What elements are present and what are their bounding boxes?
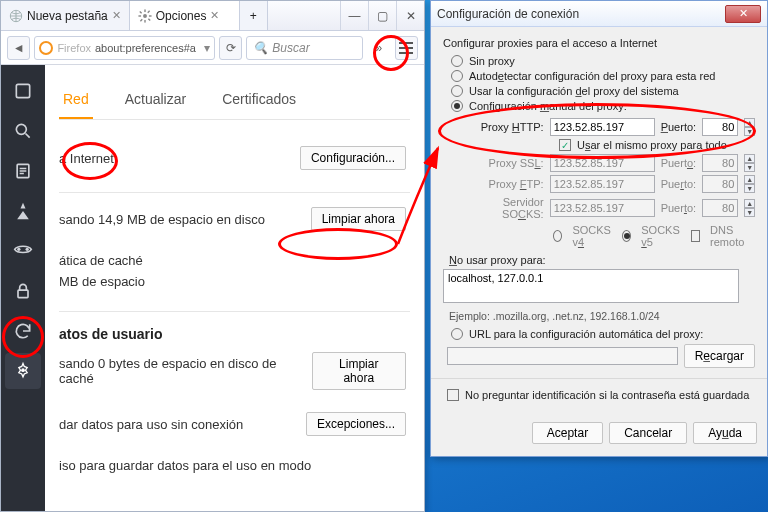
sidebar-privacy[interactable]	[5, 233, 41, 269]
svg-rect-9	[140, 18, 143, 21]
svg-rect-3	[144, 19, 145, 22]
noproxy-example: Ejemplo: .mozilla.org, .net.nz, 192.168.…	[449, 310, 755, 322]
window-controls: — ▢ ✕	[340, 1, 424, 30]
tab-options[interactable]: Opciones ✕	[130, 1, 240, 30]
offline-perm-label: iso para guardar datos para el uso en mo…	[59, 458, 311, 473]
dropdown-icon[interactable]: ▾	[204, 41, 210, 55]
socks4-radio	[553, 230, 562, 242]
ftp-port-input	[702, 175, 738, 193]
svg-point-1	[143, 14, 147, 18]
http-host-input[interactable]	[550, 118, 655, 136]
ssl-proxy-row: Proxy SSL: Puerto: ▲▼	[467, 154, 755, 172]
close-button[interactable]: ✕	[725, 5, 761, 23]
prefs-content: Red Actualizar Certificados a Internet C…	[45, 65, 424, 511]
svg-rect-2	[144, 9, 145, 12]
tab-new[interactable]: Nueva pestaña ✕	[1, 1, 130, 30]
socks5-radio	[622, 230, 631, 242]
no-prompt-checkbox[interactable]	[447, 389, 459, 401]
cache-usage-label: sando 14,9 MB de espacio en disco	[59, 212, 265, 227]
sidebar-security[interactable]	[5, 273, 41, 309]
tab-update[interactable]: Actualizar	[121, 85, 190, 119]
socks-port-input	[702, 199, 738, 217]
sidebar-search[interactable]	[5, 113, 41, 149]
identity-icon	[39, 41, 53, 55]
radio-manual-proxy[interactable]: Configuración manual del proxy:	[451, 100, 755, 112]
minimize-button[interactable]: —	[340, 1, 368, 30]
svg-rect-6	[139, 10, 142, 13]
http-port-input[interactable]	[702, 118, 738, 136]
browser-tabs: Nueva pestaña ✕ Opciones ✕ +	[1, 1, 340, 30]
tab-label: Nueva pestaña	[27, 9, 108, 23]
globe-icon	[9, 9, 23, 23]
dialog-footer: Aceptar Cancelar Ayuda	[431, 414, 767, 456]
clear-appcache-button[interactable]: Limpiar ahora	[312, 352, 406, 390]
close-button[interactable]: ✕	[396, 1, 424, 30]
new-tab-button[interactable]: +	[240, 1, 268, 30]
cancel-button[interactable]: Cancelar	[609, 422, 687, 444]
sidebar-advanced[interactable]	[5, 353, 41, 389]
noproxy-label: No usar proxy para:	[449, 254, 755, 266]
maximize-button[interactable]: ▢	[368, 1, 396, 30]
sidebar-content[interactable]	[5, 153, 41, 189]
url-path: about:preferences#a	[95, 42, 196, 54]
userdata-heading: atos de usuario	[59, 326, 410, 342]
socks-host-input	[550, 199, 655, 217]
back-button[interactable]: ◄	[7, 36, 30, 60]
hamburger-icon	[399, 42, 413, 54]
dialog-heading: Configurar proxies para el acceso a Inte…	[443, 37, 755, 49]
dialog-title: Configuración de conexión	[437, 7, 579, 21]
svg-point-14	[26, 248, 29, 251]
connection-settings-button[interactable]: Configuración...	[300, 146, 406, 170]
tab-network[interactable]: Red	[59, 85, 93, 119]
svg-rect-4	[138, 15, 141, 16]
socks-proxy-row: Servidor SOCKS: Puerto: ▲▼	[467, 196, 755, 220]
socks-version-row: SOCKS v4 SOCKS v5 DNS remoto	[553, 224, 755, 248]
cache-size-label: MB de espacio	[59, 274, 145, 289]
close-icon[interactable]: ✕	[112, 9, 121, 22]
radio-system-proxy[interactable]: Usar la configuración del proxy del sist…	[451, 85, 755, 97]
svg-rect-7	[148, 18, 151, 21]
svg-rect-15	[18, 290, 28, 298]
port-spinner[interactable]: ▲▼	[744, 118, 755, 136]
tab-certificates[interactable]: Certificados	[218, 85, 300, 119]
overflow-button[interactable]: »	[367, 36, 390, 60]
reload-button[interactable]: ⟳	[219, 36, 242, 60]
sidebar-sync[interactable]	[5, 313, 41, 349]
no-prompt-row[interactable]: No preguntar identificación si la contra…	[447, 389, 755, 401]
pac-url-input	[447, 347, 678, 365]
connection-label: a Internet	[59, 151, 114, 166]
ssl-host-input	[550, 154, 655, 172]
clear-cache-button[interactable]: Limpiar ahora	[311, 207, 406, 231]
radio-no-proxy[interactable]: Sin proxy	[451, 55, 755, 67]
menu-button[interactable]	[395, 36, 418, 60]
appcache-usage-label: sando 0 bytes de espacio en disco de cac…	[59, 356, 312, 386]
exceptions-button[interactable]: Excepciones...	[306, 412, 406, 436]
dialog-titlebar: Configuración de conexión ✕	[431, 1, 767, 27]
dns-remote-checkbox[interactable]	[691, 230, 700, 242]
svg-point-11	[16, 124, 26, 134]
noproxy-textarea[interactable]: localhost, 127.0.0.1	[443, 269, 739, 303]
sidebar-general[interactable]	[5, 73, 41, 109]
close-icon[interactable]: ✕	[210, 9, 219, 22]
radio-auto-url[interactable]: URL para la configuración automática del…	[451, 328, 755, 340]
url-bar[interactable]: Firefox about:preferences#a ▾	[34, 36, 215, 60]
ok-button[interactable]: Aceptar	[532, 422, 603, 444]
advanced-tabs: Red Actualizar Certificados	[59, 85, 410, 120]
offline-data-label: dar datos para uso sin conexión	[59, 417, 243, 432]
search-icon: 🔍	[253, 41, 268, 55]
radio-auto-detect[interactable]: Autodetectar configuración del proxy par…	[451, 70, 755, 82]
svg-point-16	[21, 368, 25, 372]
search-bar[interactable]: 🔍 Buscar	[246, 36, 363, 60]
same-proxy-checkbox[interactable]	[559, 139, 571, 151]
reload-pac-button[interactable]: Recargar	[684, 344, 755, 368]
sidebar-applications[interactable]	[5, 193, 41, 229]
search-placeholder: Buscar	[272, 41, 309, 55]
svg-point-13	[17, 248, 20, 251]
help-button[interactable]: Ayuda	[693, 422, 757, 444]
ftp-host-input	[550, 175, 655, 193]
svg-rect-5	[149, 15, 152, 16]
http-proxy-row: Proxy HTTP: Puerto: ▲▼	[467, 118, 755, 136]
toolbar: ◄ Firefox about:preferences#a ▾ ⟳ 🔍 Busc…	[1, 31, 424, 65]
gear-icon	[138, 9, 152, 23]
prefs-sidebar	[1, 65, 45, 511]
